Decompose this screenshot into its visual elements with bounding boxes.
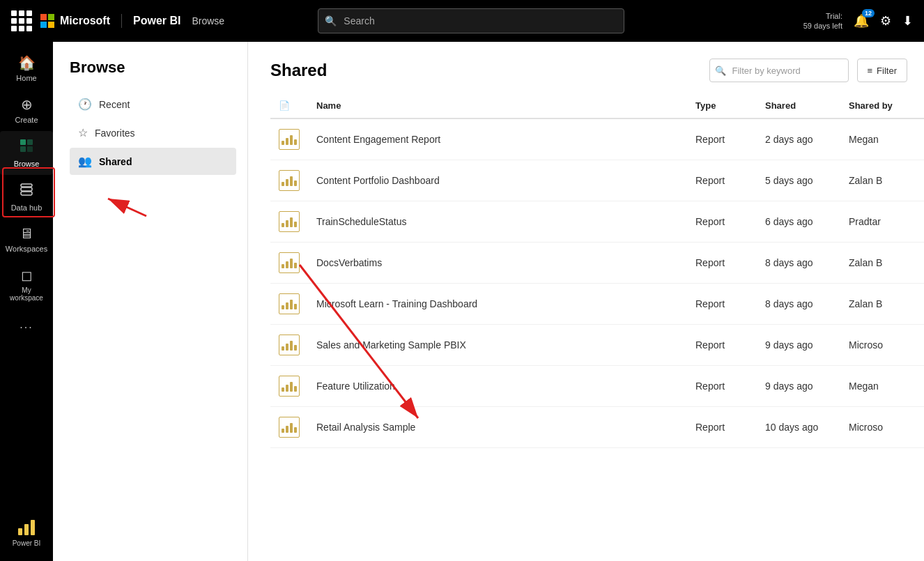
row-icon-cell bbox=[270, 366, 308, 407]
col-header-type: Type bbox=[687, 93, 757, 118]
settings-button[interactable]: ⚙ bbox=[880, 13, 891, 29]
main-content: Shared 🔍 ≡ Filter 📄 Name T bbox=[248, 42, 924, 561]
notif-count: 12 bbox=[862, 9, 875, 17]
col-header-name: Name bbox=[308, 93, 687, 118]
nav-create-label: Create bbox=[15, 116, 38, 124]
bar-chart-icon bbox=[282, 381, 297, 392]
report-icon bbox=[279, 170, 300, 191]
row-shared-date: 5 days ago bbox=[757, 160, 840, 201]
row-name[interactable]: Sales and Marketing Sample PBIX bbox=[308, 325, 687, 366]
nav-item-workspaces[interactable]: 🖥 Workspaces bbox=[0, 219, 53, 260]
report-icon bbox=[279, 417, 300, 438]
nav-item-home[interactable]: 🏠 Home bbox=[0, 47, 53, 89]
nav-datahub-label: Data hub bbox=[11, 203, 43, 212]
workspaces-icon: 🖥 bbox=[20, 226, 33, 242]
table-row[interactable]: DocsVerbatims Report 8 days ago Zalan B bbox=[270, 243, 924, 284]
report-icon bbox=[279, 211, 300, 232]
report-icon bbox=[279, 252, 300, 273]
microsoft-logo-label: Microsoft bbox=[40, 14, 122, 28]
nav-browse-label: Browse bbox=[14, 160, 40, 168]
sidebar-item-shared[interactable]: 👥 Shared bbox=[70, 148, 236, 175]
row-icon-cell bbox=[270, 325, 308, 366]
svg-rect-4 bbox=[21, 192, 32, 195]
row-name[interactable]: TrainScheduleStatus bbox=[308, 201, 687, 243]
filter-input-wrap: 🔍 bbox=[709, 59, 849, 82]
table-row[interactable]: Retail Analysis Sample Report 10 days ag… bbox=[270, 407, 924, 448]
notifications-button[interactable]: 🔔 12 bbox=[854, 13, 869, 29]
filter-input[interactable] bbox=[709, 59, 849, 82]
row-shared-date: 9 days ago bbox=[757, 325, 840, 366]
svg-rect-9 bbox=[31, 520, 35, 535]
recent-icon: 🕐 bbox=[78, 98, 92, 111]
ms-logo bbox=[40, 14, 54, 28]
bar-chart-icon bbox=[282, 175, 297, 186]
row-shared-by: Zalan B bbox=[840, 284, 924, 325]
bar-chart-icon bbox=[282, 257, 297, 268]
download-button[interactable]: ⬇ bbox=[902, 13, 913, 29]
row-shared-by: Zalan B bbox=[840, 243, 924, 284]
row-name[interactable]: Feature Utilization bbox=[308, 366, 687, 407]
bar-chart-icon bbox=[282, 339, 297, 351]
table-row[interactable]: Feature Utilization Report 9 days ago Me… bbox=[270, 366, 924, 407]
bar-chart-icon bbox=[282, 216, 297, 227]
report-icon bbox=[279, 129, 300, 150]
content-header: Shared 🔍 ≡ Filter bbox=[270, 59, 924, 82]
sidebar-recent-label: Recent bbox=[99, 99, 130, 110]
row-name[interactable]: Content Portfolio Dashboard bbox=[308, 160, 687, 201]
svg-rect-0 bbox=[20, 139, 26, 145]
nav-item-datahub[interactable]: Data hub bbox=[0, 175, 53, 219]
row-type: Report bbox=[687, 325, 757, 366]
row-shared-date: 9 days ago bbox=[757, 366, 840, 407]
sidebar: Browse 🕐 Recent ☆ Favorites 👥 Shared bbox=[53, 42, 248, 561]
nav-item-myworkspace[interactable]: ◻ Myworkspace bbox=[0, 260, 53, 309]
row-icon-cell bbox=[270, 201, 308, 243]
nav-item-create[interactable]: ⊕ Create bbox=[0, 89, 53, 131]
browse-nav-icon bbox=[19, 138, 34, 157]
row-icon-cell bbox=[270, 284, 308, 325]
svg-rect-6 bbox=[21, 184, 32, 187]
waffle-menu[interactable] bbox=[11, 10, 32, 31]
left-nav: 🏠 Home ⊕ Create Browse bbox=[0, 42, 53, 561]
shared-table: 📄 Name Type Shared Shared by bbox=[270, 93, 924, 448]
row-name[interactable]: Content Engagement Report bbox=[308, 118, 687, 160]
row-shared-date: 6 days ago bbox=[757, 201, 840, 243]
topbar-right: Trial: 59 days left 🔔 12 ⚙ ⬇ bbox=[803, 11, 913, 31]
row-name[interactable]: DocsVerbatims bbox=[308, 243, 687, 284]
table-header-row: 📄 Name Type Shared Shared by bbox=[270, 93, 924, 118]
nav-myworkspace-label: Myworkspace bbox=[10, 286, 43, 302]
powerbi-label: Power BI bbox=[133, 15, 180, 27]
row-name[interactable]: Retail Analysis Sample bbox=[308, 407, 687, 448]
row-shared-by: Zalan B bbox=[840, 160, 924, 201]
table-row[interactable]: Microsoft Learn - Training Dashboard Rep… bbox=[270, 284, 924, 325]
filter-button[interactable]: ≡ Filter bbox=[857, 59, 907, 82]
microsoft-label: Microsoft bbox=[60, 15, 110, 27]
row-type: Report bbox=[687, 243, 757, 284]
row-type: Report bbox=[687, 407, 757, 448]
row-name[interactable]: Microsoft Learn - Training Dashboard bbox=[308, 284, 687, 325]
row-shared-date: 2 days ago bbox=[757, 118, 840, 160]
table-row[interactable]: Sales and Marketing Sample PBIX Report 9… bbox=[270, 325, 924, 366]
more-dots-icon: ··· bbox=[20, 321, 33, 334]
table-row[interactable]: Content Portfolio Dashboard Report 5 day… bbox=[270, 160, 924, 201]
sidebar-item-recent[interactable]: 🕐 Recent bbox=[70, 91, 236, 118]
report-icon bbox=[279, 293, 300, 314]
shared-icon: 👥 bbox=[78, 155, 92, 168]
row-shared-date: 8 days ago bbox=[757, 243, 840, 284]
row-icon-cell bbox=[270, 243, 308, 284]
row-shared-by: Microso bbox=[840, 407, 924, 448]
col-header-shared: Shared bbox=[757, 93, 840, 118]
search-input[interactable] bbox=[318, 8, 624, 33]
sidebar-title: Browse bbox=[70, 59, 236, 77]
sidebar-item-favorites[interactable]: ☆ Favorites bbox=[70, 119, 236, 146]
row-icon-cell bbox=[270, 118, 308, 160]
search-bar: 🔍 bbox=[318, 8, 624, 33]
report-icon bbox=[279, 376, 300, 397]
nav-item-browse[interactable]: Browse bbox=[0, 131, 53, 175]
table-row[interactable]: TrainScheduleStatus Report 6 days ago Pr… bbox=[270, 201, 924, 243]
browse-label: Browse bbox=[192, 15, 224, 26]
table-row[interactable]: Content Engagement Report Report 2 days … bbox=[270, 118, 924, 160]
nav-more-button[interactable]: ··· bbox=[0, 314, 53, 341]
row-type: Report bbox=[687, 160, 757, 201]
header-actions: 🔍 ≡ Filter bbox=[709, 59, 907, 82]
datahub-icon bbox=[19, 182, 34, 201]
